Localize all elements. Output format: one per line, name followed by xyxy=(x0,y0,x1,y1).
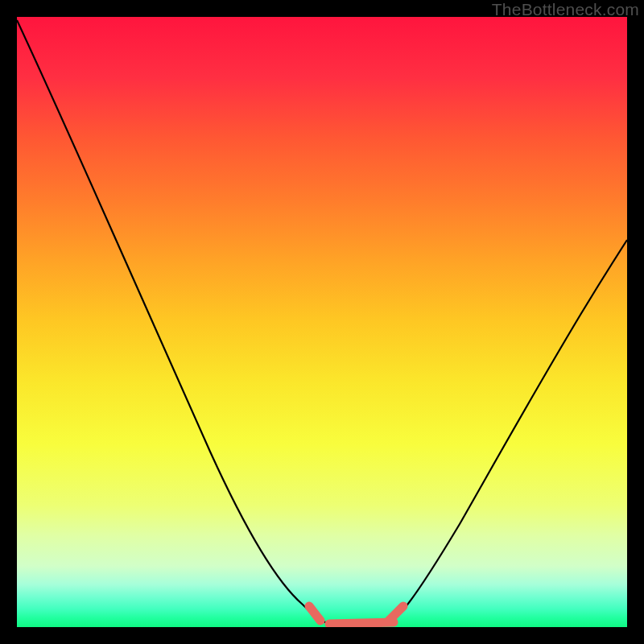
plot-area xyxy=(17,17,627,627)
bottleneck-curve xyxy=(17,20,627,624)
chart-frame: TheBottleneck.com xyxy=(0,0,644,644)
pink-dashes xyxy=(309,606,403,624)
curve-layer xyxy=(17,17,627,627)
watermark-text: TheBottleneck.com xyxy=(492,0,639,19)
